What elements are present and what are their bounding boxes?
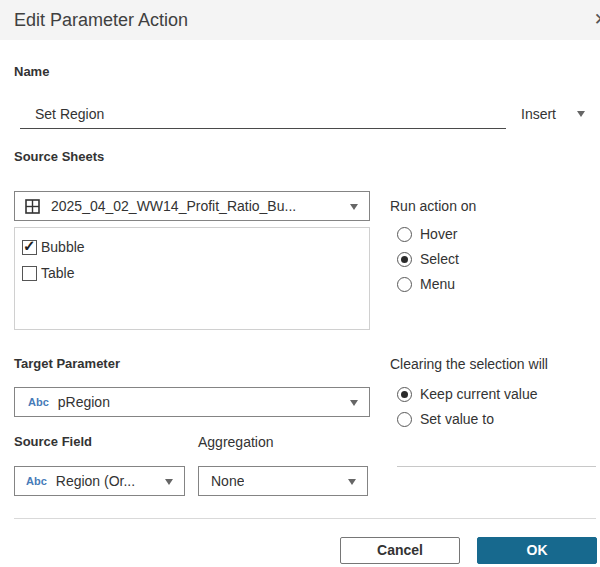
- edit-parameter-action-dialog: Edit Parameter Action ✕ Name Set Region …: [0, 0, 600, 567]
- target-parameter-dropdown[interactable]: Abc pRegion: [14, 387, 370, 417]
- source-sheets-listbox: ✓ Bubble ✓ Table: [14, 227, 370, 330]
- clearing-selection-label: Clearing the selection will: [390, 356, 548, 372]
- aggregation-value: None: [211, 473, 244, 489]
- sheet-row-table[interactable]: ✓ Table: [15, 260, 369, 286]
- run-action-on-label: Run action on: [390, 198, 476, 214]
- ok-button[interactable]: OK: [477, 537, 597, 564]
- sheet-row-bubble[interactable]: ✓ Bubble: [15, 234, 369, 260]
- caret-down-icon: [165, 479, 173, 485]
- name-label: Name: [14, 64, 49, 79]
- footer-divider: [14, 518, 596, 519]
- name-input[interactable]: Set Region: [20, 100, 506, 129]
- target-parameter-label: Target Parameter: [14, 356, 120, 371]
- checkbox: ✓: [22, 266, 37, 281]
- radio-icon: [397, 252, 412, 267]
- target-parameter-value: pRegion: [58, 394, 110, 410]
- source-field-label: Source Field: [14, 434, 92, 449]
- radio-icon: [397, 387, 412, 402]
- caret-down-icon: [348, 479, 356, 485]
- radio-option-select[interactable]: Select: [397, 251, 459, 267]
- checkbox: ✓: [22, 240, 37, 255]
- dialog-header: Edit Parameter Action ✕: [0, 0, 600, 40]
- insert-dropdown-label: Insert: [521, 106, 556, 122]
- radio-icon: [397, 277, 412, 292]
- abc-type-icon: Abc: [26, 475, 47, 487]
- radio-option-keep-current-value[interactable]: Keep current value: [397, 386, 538, 402]
- radio-option-menu[interactable]: Menu: [397, 276, 455, 292]
- checkmark-icon: ✓: [23, 237, 36, 255]
- radio-option-hover[interactable]: Hover: [397, 226, 457, 242]
- source-sheet-dropdown[interactable]: 2025_04_02_WW14_Profit_Ratio_Bu...: [14, 191, 370, 221]
- insert-dropdown[interactable]: Insert: [521, 106, 585, 122]
- radio-icon: [397, 227, 412, 242]
- caret-down-icon: [577, 111, 585, 117]
- caret-down-icon: [350, 204, 358, 210]
- source-sheets-label: Source Sheets: [14, 149, 104, 164]
- sheet-row-label: Table: [41, 265, 74, 281]
- abc-type-icon: Abc: [28, 396, 49, 408]
- radio-icon: [397, 412, 412, 427]
- cancel-button[interactable]: Cancel: [340, 537, 460, 564]
- name-input-value: Set Region: [20, 100, 506, 128]
- worksheet-grid-icon: [25, 199, 40, 214]
- caret-down-icon: [350, 400, 358, 406]
- radio-option-set-value-to[interactable]: Set value to: [397, 411, 494, 427]
- source-sheet-dropdown-value: 2025_04_02_WW14_Profit_Ratio_Bu...: [51, 198, 296, 214]
- source-field-value: Region (Or...: [56, 473, 135, 489]
- aggregation-label: Aggregation: [198, 434, 274, 450]
- close-icon[interactable]: ✕: [594, 9, 600, 30]
- set-value-divider: [397, 466, 596, 467]
- dialog-title: Edit Parameter Action: [14, 0, 188, 40]
- aggregation-dropdown[interactable]: None: [198, 466, 368, 496]
- source-field-dropdown[interactable]: Abc Region (Or...: [14, 466, 185, 496]
- sheet-row-label: Bubble: [41, 239, 85, 255]
